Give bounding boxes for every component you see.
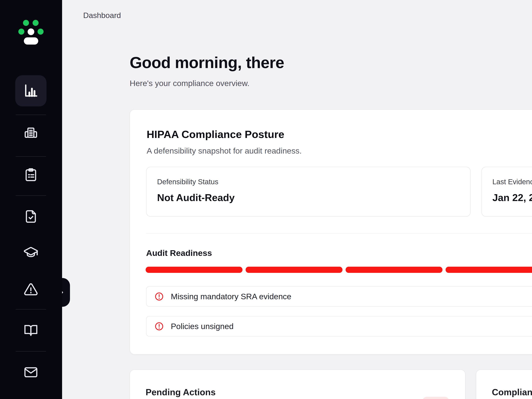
audit-readiness-progress — [146, 267, 532, 273]
progress-segment — [346, 267, 443, 273]
logo-person-head — [28, 28, 34, 35]
alert-text: Missing mandatory SRA evidence — [171, 292, 291, 301]
page-title: Good morning, there — [130, 53, 284, 72]
sidebar-item-policies[interactable] — [15, 315, 46, 346]
sidebar-item-tasks[interactable] — [15, 159, 46, 191]
progress-segment — [146, 267, 242, 273]
graduation-cap-icon — [23, 244, 39, 260]
alert-row-sra-evidence[interactable]: Missing mandatory SRA evidence — [146, 286, 532, 307]
page-subtitle: Here's your compliance overview. — [130, 79, 250, 88]
logo-dot — [32, 20, 38, 26]
card-title: Compliance — [492, 387, 532, 397]
stat-label: Last Evidence — [492, 178, 532, 186]
sidebar-divider — [16, 156, 46, 157]
sidebar-divider — [16, 309, 46, 310]
circle-alert-icon — [154, 322, 164, 331]
audit-readiness-label: Audit Readiness — [146, 248, 212, 258]
clipboard-list-icon — [23, 167, 39, 183]
sidebar-item-analytics[interactable] — [15, 75, 46, 106]
dashboard-page: Dashboard Good morning, there Here's you… — [0, 0, 532, 399]
stat-value: Not Audit-Ready — [157, 192, 235, 203]
hipaa-posture-card: HIPAA Compliance Posture A defensibility… — [130, 109, 532, 355]
app-logo[interactable] — [0, 0, 62, 51]
card-title: HIPAA Compliance Posture — [147, 128, 284, 140]
sidebar-item-print[interactable] — [15, 118, 46, 149]
status-badge — [422, 397, 449, 399]
printer-icon — [23, 126, 39, 142]
card-subtitle: A defensibility snapshot for audit readi… — [147, 146, 302, 156]
sidebar-divider — [16, 351, 46, 351]
stat-label: Defensibility Status — [157, 178, 218, 186]
sidebar-item-incidents[interactable] — [15, 274, 46, 305]
alert-text: Policies unsigned — [171, 322, 234, 331]
alert-triangle-icon — [23, 282, 39, 297]
circle-alert-icon — [154, 292, 164, 301]
progress-segment — [446, 267, 532, 273]
sidebar-divider — [16, 195, 46, 196]
logo-dot — [23, 20, 29, 26]
logo-dot — [38, 29, 44, 35]
bar-chart-icon — [23, 83, 39, 99]
mail-icon — [23, 364, 39, 380]
compliance-card: Compliance — [476, 369, 532, 399]
section-divider — [146, 233, 532, 233]
sidebar-divider — [16, 115, 46, 115]
sidebar-item-messages[interactable] — [15, 357, 46, 388]
breadcrumb: Dashboard — [83, 11, 121, 20]
pending-actions-card: Pending Actions — [130, 369, 465, 399]
defensibility-status-card: Defensibility Status Not Audit-Ready — [146, 167, 471, 217]
last-evidence-card: Last Evidence Jan 22, 2025 — [481, 167, 532, 217]
progress-segment — [246, 267, 342, 273]
logo-dot — [18, 29, 24, 35]
sidebar-item-documents[interactable] — [15, 201, 46, 232]
card-title: Pending Actions — [146, 387, 215, 397]
logo-person-shoulders — [24, 37, 38, 44]
sidebar — [0, 0, 62, 399]
book-open-icon — [23, 322, 39, 338]
alert-row-policies-unsigned[interactable]: Policies unsigned — [146, 316, 532, 337]
file-check-icon — [23, 209, 39, 224]
sidebar-item-training[interactable] — [15, 237, 46, 268]
stat-value: Jan 22, 2025 — [492, 192, 532, 203]
